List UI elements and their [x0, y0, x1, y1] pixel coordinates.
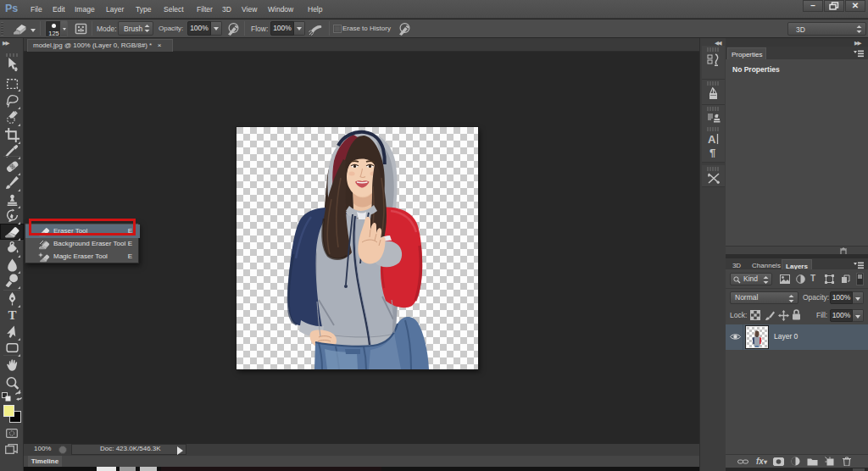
svg-text:¶: ¶ — [709, 147, 715, 158]
svg-text:A: A — [708, 133, 716, 145]
